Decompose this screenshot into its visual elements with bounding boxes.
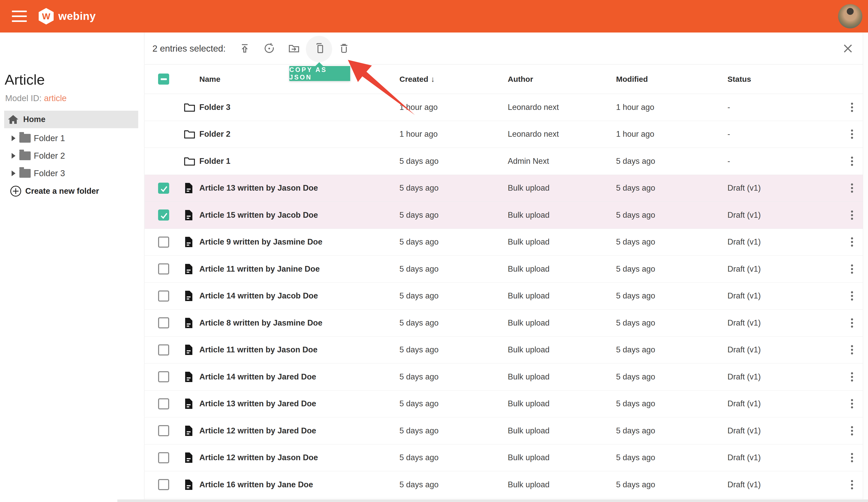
cell-name: Article 15 written by Jacob Doe	[199, 211, 400, 220]
cell-author: Bulk upload	[508, 480, 616, 489]
row-menu-kebab-icon[interactable]	[849, 397, 855, 410]
cell-status: Draft (v1)	[727, 372, 841, 381]
row-checkbox[interactable]	[158, 209, 169, 221]
row-menu-kebab-icon[interactable]	[849, 127, 855, 141]
row-checkbox[interactable]	[158, 183, 169, 194]
restore-revision-button[interactable]	[263, 43, 275, 54]
row-menu-kebab-icon[interactable]	[849, 424, 855, 438]
webiny-hexagon-icon: W	[39, 8, 54, 24]
row-checkbox[interactable]	[158, 317, 169, 328]
row-menu-kebab-icon[interactable]	[849, 289, 855, 303]
cell-status: -	[727, 130, 841, 139]
cell-status: Draft (v1)	[727, 291, 841, 300]
table-row[interactable]: Article 13 written by Jared Doe 5 days a…	[145, 391, 863, 418]
sidebar-folder-item[interactable]: Folder 1	[0, 130, 144, 147]
row-menu-kebab-icon[interactable]	[849, 343, 855, 357]
folder-icon	[184, 156, 195, 166]
row-menu-kebab-icon[interactable]	[849, 208, 855, 222]
copy-icon	[313, 43, 325, 54]
row-menu-kebab-icon[interactable]	[849, 154, 855, 168]
table-row[interactable]: Article 9 written by Jasmine Doe 5 days …	[145, 229, 863, 256]
document-icon	[184, 209, 193, 221]
column-header-author[interactable]: Author	[508, 75, 616, 84]
sidebar-folder-item[interactable]: Folder 3	[0, 165, 144, 182]
cell-status: -	[727, 103, 841, 112]
column-header-created[interactable]: Created↓	[400, 75, 508, 84]
webiny-logo[interactable]: W webiny	[39, 8, 96, 24]
folder-tree: Folder 1 Folder 2 Folder 3	[0, 130, 144, 182]
row-menu-kebab-icon[interactable]	[849, 101, 855, 114]
folder-icon	[19, 151, 31, 160]
publish-button[interactable]	[239, 43, 251, 54]
column-header-status[interactable]: Status	[727, 75, 841, 84]
table-row[interactable]: Folder 1 5 days ago Admin Next 5 days ag…	[145, 148, 863, 175]
user-avatar[interactable]	[838, 4, 862, 28]
table-row[interactable]: Article 15 written by Jacob Doe 5 days a…	[145, 202, 863, 229]
cell-created: 5 days ago	[400, 291, 508, 300]
row-checkbox[interactable]	[158, 398, 169, 409]
row-menu-kebab-icon[interactable]	[849, 262, 855, 276]
publish-icon	[239, 43, 251, 54]
table-row[interactable]: Article 16 written by Jane Doe 5 days ag…	[145, 471, 863, 499]
row-menu-kebab-icon[interactable]	[849, 235, 855, 249]
column-header-modified[interactable]: Modified	[616, 75, 727, 84]
row-checkbox[interactable]	[158, 371, 169, 382]
table-row[interactable]: Article 14 written by Jacob Doe 5 days a…	[145, 283, 863, 310]
row-menu-kebab-icon[interactable]	[849, 370, 855, 383]
horizontal-scrollbar[interactable]	[117, 500, 868, 502]
row-checkbox[interactable]	[158, 425, 169, 436]
chevron-right-icon[interactable]	[12, 135, 16, 141]
table-row[interactable]: Folder 2 1 hour ago Leonardo next 1 hour…	[145, 121, 863, 148]
table-row[interactable]: Article 11 written by Janine Doe 5 days …	[145, 256, 863, 283]
selection-toolbar: 2 entries selected:	[145, 32, 863, 64]
select-all-checkbox[interactable]	[158, 73, 169, 85]
close-selection-button[interactable]	[843, 43, 853, 54]
model-id-value[interactable]: article	[44, 93, 66, 103]
chevron-right-icon[interactable]	[12, 153, 16, 158]
cell-created: 5 days ago	[400, 399, 508, 408]
table-row[interactable]: Article 8 written by Jasmine Doe 5 days …	[145, 309, 863, 337]
row-menu-kebab-icon[interactable]	[849, 451, 855, 464]
document-icon	[184, 479, 193, 490]
cell-created: 5 days ago	[400, 372, 508, 381]
row-menu-kebab-icon[interactable]	[849, 478, 855, 491]
sidebar-folder-item[interactable]: Folder 2	[0, 147, 144, 165]
document-icon	[184, 236, 193, 248]
cell-name: Article 14 written by Jacob Doe	[199, 291, 400, 300]
row-checkbox[interactable]	[158, 237, 169, 248]
row-checkbox[interactable]	[158, 290, 169, 301]
table-row[interactable]: Article 13 written by Jason Doe 5 days a…	[145, 175, 863, 202]
folder-icon	[184, 102, 195, 112]
copy-button[interactable]	[313, 43, 325, 54]
row-checkbox[interactable]	[158, 263, 169, 275]
cell-created: 5 days ago	[400, 237, 508, 247]
document-icon	[184, 452, 193, 463]
row-menu-kebab-icon[interactable]	[849, 181, 855, 195]
sidebar-item-home[interactable]: Home	[4, 111, 138, 128]
cell-status: Draft (v1)	[727, 211, 841, 220]
delete-button[interactable]	[338, 43, 350, 54]
vertical-scrollbar[interactable]	[863, 32, 868, 502]
cell-author: Leonardo next	[508, 130, 616, 139]
webiny-admin-app: W webiny Article Model ID: article Home …	[0, 0, 868, 502]
folder-icon	[19, 169, 31, 178]
cell-status: Draft (v1)	[727, 183, 841, 193]
restore-revision-icon	[263, 43, 275, 54]
row-menu-kebab-icon[interactable]	[849, 316, 855, 330]
row-checkbox[interactable]	[158, 452, 169, 463]
table-row[interactable]: Article 14 written by Jared Doe 5 days a…	[145, 363, 863, 391]
table-row[interactable]: Article 12 written by Jason Doe 5 days a…	[145, 444, 863, 472]
create-folder-button[interactable]: Create a new folder	[10, 186, 99, 197]
table-row[interactable]: Article 12 written by Jared Doe 5 days a…	[145, 417, 863, 444]
move-to-folder-button[interactable]	[288, 43, 300, 54]
chevron-right-icon[interactable]	[12, 171, 16, 176]
row-checkbox[interactable]	[158, 479, 169, 490]
cell-modified: 5 days ago	[616, 453, 727, 462]
table-row[interactable]: Folder 3 1 hour ago Leonardo next 1 hour…	[145, 94, 863, 121]
row-checkbox[interactable]	[158, 345, 169, 356]
hamburger-menu-icon[interactable]	[12, 11, 27, 22]
cell-created: 5 days ago	[400, 318, 508, 328]
cell-status: Draft (v1)	[727, 426, 841, 436]
table-row[interactable]: Article 11 written by Jason Doe 5 days a…	[145, 337, 863, 364]
document-icon	[184, 263, 193, 275]
